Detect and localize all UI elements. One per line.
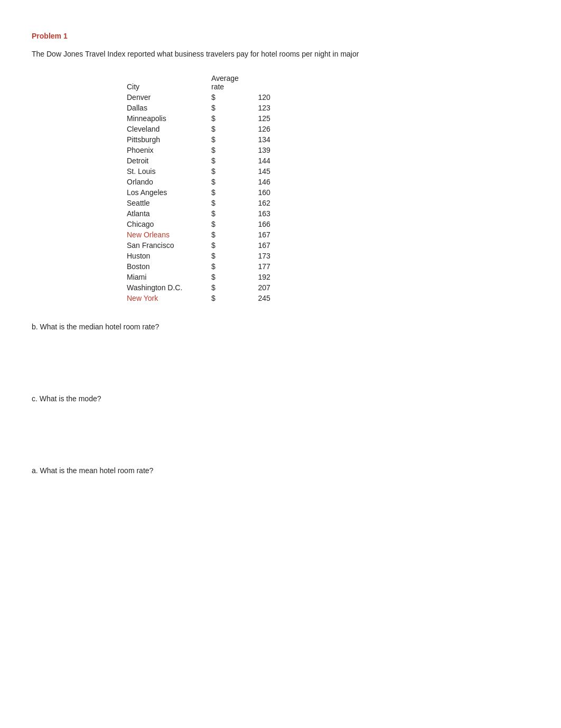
table-cell-city: Minneapolis [127, 113, 211, 124]
table-cell-amount: 192 [231, 272, 270, 282]
table-cell-city: San Francisco [127, 240, 211, 251]
table-cell-amount: 123 [231, 103, 270, 113]
data-table-container: City Average rate Denver$120Dallas$123Mi… [127, 73, 529, 303]
problem-title: Problem 1 [32, 32, 529, 40]
hotel-rates-table: City Average rate Denver$120Dallas$123Mi… [127, 73, 270, 303]
table-cell-dollar: $ [211, 103, 231, 113]
question-b: b. What is the median hotel room rate? [32, 322, 529, 331]
table-row: Chicago$166 [127, 219, 270, 229]
table-cell-city: Detroit [127, 155, 211, 166]
table-row: Orlando$146 [127, 177, 270, 187]
table-cell-city: New York [127, 293, 211, 303]
table-cell-city: Cleveland [127, 124, 211, 134]
table-row: Boston$177 [127, 261, 270, 272]
table-cell-dollar: $ [211, 261, 231, 272]
table-row: Phoenix$139 [127, 145, 270, 155]
table-cell-city: Los Angeles [127, 187, 211, 198]
table-row: New York$245 [127, 293, 270, 303]
table-cell-amount: 160 [231, 187, 270, 198]
table-row: Huston$173 [127, 251, 270, 261]
table-row: New Orleans$167 [127, 229, 270, 240]
table-cell-city: St. Louis [127, 166, 211, 177]
table-cell-dollar: $ [211, 229, 231, 240]
table-cell-amount: 134 [231, 134, 270, 145]
table-cell-dollar: $ [211, 219, 231, 229]
table-cell-amount: 166 [231, 219, 270, 229]
column-header-city: City [127, 73, 211, 92]
table-cell-amount: 167 [231, 240, 270, 251]
table-cell-city: Washington D.C. [127, 282, 211, 293]
table-cell-city: Huston [127, 251, 211, 261]
table-cell-dollar: $ [211, 124, 231, 134]
table-row: Seattle$162 [127, 198, 270, 208]
table-cell-amount: 125 [231, 113, 270, 124]
table-cell-amount: 144 [231, 155, 270, 166]
table-cell-dollar: $ [211, 92, 231, 103]
question-c: c. What is the mode? [32, 394, 529, 403]
table-cell-dollar: $ [211, 272, 231, 282]
table-cell-dollar: $ [211, 293, 231, 303]
table-cell-amount: 173 [231, 251, 270, 261]
table-row: Detroit$144 [127, 155, 270, 166]
table-row: Washington D.C.$207 [127, 282, 270, 293]
intro-text: The Dow Jones Travel Index reported what… [32, 50, 529, 58]
table-row: Denver$120 [127, 92, 270, 103]
table-cell-city: Atlanta [127, 208, 211, 219]
table-row: Dallas$123 [127, 103, 270, 113]
table-cell-dollar: $ [211, 208, 231, 219]
table-cell-dollar: $ [211, 187, 231, 198]
table-cell-amount: 120 [231, 92, 270, 103]
table-cell-city: Boston [127, 261, 211, 272]
table-cell-dollar: $ [211, 134, 231, 145]
table-row: Miami$192 [127, 272, 270, 282]
table-row: Atlanta$163 [127, 208, 270, 219]
table-cell-amount: 146 [231, 177, 270, 187]
table-cell-amount: 162 [231, 198, 270, 208]
table-cell-dollar: $ [211, 282, 231, 293]
table-row: Los Angeles$160 [127, 187, 270, 198]
table-row: Minneapolis$125 [127, 113, 270, 124]
table-cell-dollar: $ [211, 177, 231, 187]
table-cell-amount: 207 [231, 282, 270, 293]
table-cell-amount: 245 [231, 293, 270, 303]
table-row: Pittsburgh$134 [127, 134, 270, 145]
table-cell-city: New Orleans [127, 229, 211, 240]
table-cell-dollar: $ [211, 251, 231, 261]
table-cell-amount: 145 [231, 166, 270, 177]
table-cell-dollar: $ [211, 166, 231, 177]
table-cell-dollar: $ [211, 155, 231, 166]
table-cell-amount: 177 [231, 261, 270, 272]
question-a: a. What is the mean hotel room rate? [32, 466, 529, 475]
table-cell-city: Chicago [127, 219, 211, 229]
table-cell-amount: 126 [231, 124, 270, 134]
table-cell-dollar: $ [211, 198, 231, 208]
table-row: San Francisco$167 [127, 240, 270, 251]
table-cell-dollar: $ [211, 145, 231, 155]
column-header-rate: Average rate [211, 73, 270, 92]
table-cell-city: Dallas [127, 103, 211, 113]
table-cell-city: Orlando [127, 177, 211, 187]
table-row: St. Louis$145 [127, 166, 270, 177]
table-row: Cleveland$126 [127, 124, 270, 134]
table-cell-dollar: $ [211, 240, 231, 251]
table-cell-amount: 167 [231, 229, 270, 240]
table-cell-dollar: $ [211, 113, 231, 124]
table-cell-city: Miami [127, 272, 211, 282]
table-cell-city: Denver [127, 92, 211, 103]
table-cell-city: Seattle [127, 198, 211, 208]
table-cell-amount: 163 [231, 208, 270, 219]
table-cell-city: Pittsburgh [127, 134, 211, 145]
table-cell-amount: 139 [231, 145, 270, 155]
table-cell-city: Phoenix [127, 145, 211, 155]
